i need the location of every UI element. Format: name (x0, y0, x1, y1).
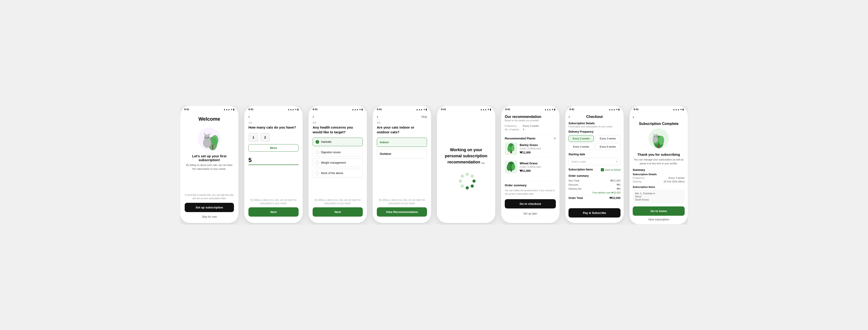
next-button-3[interactable]: Next (313, 207, 363, 217)
starting-date-label: Starting date (568, 153, 620, 156)
welcome-desc: By telling us about your cats, we can ta… (185, 163, 234, 171)
concern-label-none: None of the above (321, 171, 343, 175)
set-up-later-link[interactable]: Set up later (505, 212, 556, 215)
rec-body: Our recommendation Based on the details … (501, 112, 559, 223)
freq-btn-3weeks[interactable]: Every 3 weeks (595, 135, 620, 142)
quiz-question-2: How many cats do you have? (248, 125, 299, 130)
signal-icon-4: ▲▲▲ (416, 108, 423, 111)
svg-point-11 (471, 174, 474, 178)
wifi-icon-1: ▾ (231, 108, 232, 111)
next-button-2[interactable]: Next (248, 207, 299, 217)
order-note: You can retake the questionnaire, if you… (505, 189, 556, 196)
svg-point-22 (511, 145, 515, 151)
pay-subscribe-button[interactable]: Pay & Subscribe (568, 208, 620, 218)
skip-for-now-link[interactable]: Skip for now (202, 215, 217, 218)
freq-btn-6weeks[interactable]: Every 6 weeks (595, 143, 620, 150)
status-icons-4: ▲▲▲ ▾ ▮ (416, 108, 427, 111)
sub-details-desc: Personalise your subscription to your ne… (568, 126, 620, 128)
back-button-3[interactable]: ‹ (313, 114, 318, 119)
welcome-content: Welcome (180, 112, 239, 223)
date-select[interactable]: Select a date ∨ (568, 158, 620, 165)
thank-you-desc: You can manage your subscription as well… (633, 158, 685, 165)
plant-img-wheat (505, 161, 518, 173)
sub-items-complete: Subscription Items (633, 186, 685, 188)
go-home-button[interactable]: Go to home (633, 207, 685, 216)
radio-digestion (315, 150, 319, 154)
concern-option-hairballs[interactable]: ✓ Hairballs (313, 138, 363, 146)
back-button-4[interactable]: ‹ (377, 114, 382, 119)
save-default-label: Save as default (605, 169, 620, 171)
screens-container: 9:41 ▲▲▲ ▾ ▮ Welcome (180, 106, 688, 224)
back-button-2[interactable]: ‹ (248, 114, 254, 119)
indoor-option[interactable]: Indoor (377, 138, 427, 147)
signal-icon-2: ▲▲▲ (287, 108, 294, 111)
setup-subscription-button[interactable]: Set up subscription (185, 203, 234, 212)
complete-body: ‹ Subscription Complete (629, 112, 688, 224)
concern-option-digestion[interactable]: Digestion issues (313, 148, 363, 157)
status-icons-5: ▲▲▲ ▾ ▮ (480, 108, 491, 111)
sub-details-label: Subscription Details (568, 122, 620, 125)
chevron-down-icon: ∨ (554, 136, 556, 140)
time-1: 9:41 (184, 108, 189, 111)
date-chevron-icon: ∨ (616, 160, 618, 163)
plant-price-barley: ₩11,000 (520, 151, 541, 154)
skip-button-4[interactable]: Skip (421, 115, 427, 118)
svg-point-37 (653, 135, 657, 139)
screen-welcome: 9:41 ▲▲▲ ▾ ▮ Welcome (180, 106, 239, 223)
screen-quiz2: 9:41 ▲▲▲ ▾ ▮ ‹ 2/3 Any health concerns y… (308, 106, 367, 223)
more-button[interactable]: More (248, 144, 299, 152)
concern-label-digestion: Digestion issues (321, 151, 341, 154)
svg-point-34 (659, 136, 664, 145)
welcome-title: Welcome (198, 116, 220, 122)
order-row-total: Item Total ₩22,000 (568, 179, 620, 182)
svg-point-40 (654, 136, 655, 137)
save-default-toggle[interactable]: ✓ Save as default (601, 168, 620, 171)
rec-plants-value: 4 (523, 128, 524, 131)
back-button-8[interactable]: ‹ (633, 115, 638, 119)
save-default-checkbox: ✓ (601, 168, 604, 171)
svg-point-12 (472, 180, 475, 183)
discount-value: ₩0 (617, 183, 620, 186)
number-options: 1 2 (248, 133, 299, 142)
sub-items-label: Subscription Items (568, 168, 593, 171)
concern-option-none[interactable]: None of the above (313, 169, 363, 177)
free-delivery-note: Free delivery over ₩10,000 (568, 191, 620, 194)
plant-card-barley: Barley Grass 2 pots / 5,500원 each ₩11,00… (505, 142, 556, 158)
svg-point-14 (466, 186, 469, 189)
time-2: 9:41 (248, 108, 253, 111)
loading-text: Working on your personal subscription re… (441, 147, 491, 165)
num-btn-2[interactable]: 2 (260, 133, 270, 142)
view-subscription-link[interactable]: View subscription (633, 218, 685, 221)
radio-weight (315, 161, 319, 165)
sub-details-complete: Subscription Details (633, 173, 685, 176)
date-placeholder: Select a date (571, 160, 586, 163)
battery-icon-1: ▮ (233, 108, 235, 111)
status-icons-8: ▲▲▲ ▾ ▮ (673, 108, 684, 111)
time-6: 9:41 (505, 108, 510, 111)
plant-detail-barley: 2 pots / 5,500원 each (520, 147, 541, 150)
quiz1-body: ‹ 1/3 How many cats do you have? 1 2 Mor… (244, 112, 303, 223)
frequency-grid: Every 2 weeks Every 3 weeks Every 4 week… (568, 135, 620, 150)
view-recommendation-button[interactable]: View Recommendation (377, 207, 427, 217)
outdoor-option[interactable]: Outdoor (377, 149, 427, 159)
freq-btn-2weeks[interactable]: Every 2 weeks (568, 135, 594, 142)
screen-checkout: 9:41 ▲▲▲ ▾ ▮ ‹ Checkout Subscription Det… (565, 106, 624, 223)
freq-btn-4weeks[interactable]: Every 4 weeks (568, 143, 594, 150)
freq-value-complete: Every 2 weeks (669, 176, 685, 179)
screen-quiz3: 9:41 ▲▲▲ ▾ ▮ ‹ Skip 3/3 Are your cats in… (373, 106, 431, 223)
svg-point-41 (656, 136, 657, 137)
go-to-checkout-button[interactable]: Go to checkout (505, 199, 556, 209)
order-total-label: Order Total (568, 196, 583, 200)
discount-label: Discount (568, 183, 578, 186)
time-5: 9:41 (441, 108, 446, 111)
status-bar-3: 9:41 ▲▲▲ ▾ ▮ (309, 106, 367, 112)
concern-option-weight[interactable]: Weight management (313, 159, 363, 167)
screen-loading: 9:41 ▲▲▲ ▾ ▮ Working on your personal su… (437, 106, 495, 223)
status-icons-2: ▲▲▲ ▾ ▮ (287, 108, 299, 111)
complete-title: Subscription Complete (633, 122, 685, 126)
back-button-7[interactable]: ‹ (568, 114, 574, 119)
status-icons-1: ▲▲▲ ▾ ▮ (223, 108, 235, 111)
wifi-icon-8: ▾ (680, 108, 682, 111)
plant-card-wheat: Wheat Grass 2 pots / 5,500원 each ₩11,000 (505, 161, 556, 176)
num-btn-1[interactable]: 1 (248, 133, 258, 142)
